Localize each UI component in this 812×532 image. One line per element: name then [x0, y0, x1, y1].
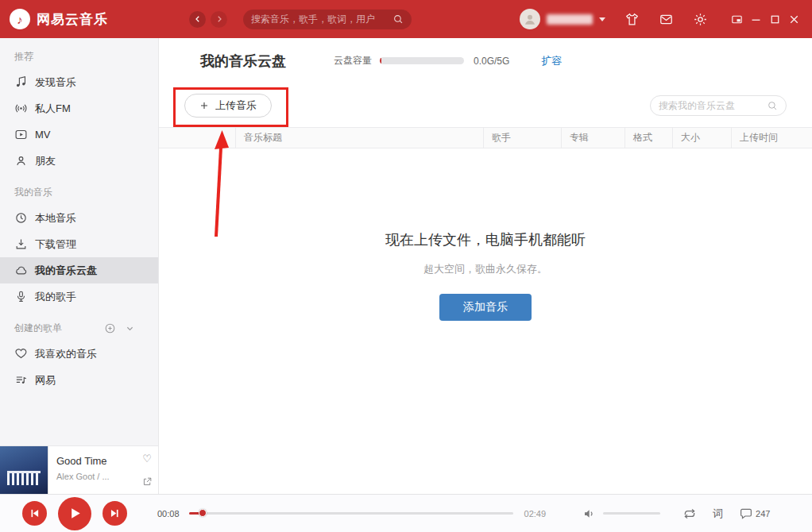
- comments-button[interactable]: 247: [739, 507, 770, 521]
- sidebar-item-label: MV: [35, 129, 51, 141]
- song-artist[interactable]: Alex Goot / ...: [56, 472, 134, 481]
- user-avatar[interactable]: [520, 9, 540, 29]
- sidebar-item-label: 我的歌手: [35, 290, 76, 304]
- seek-bar[interactable]: [189, 512, 513, 515]
- add-playlist-icon[interactable]: [104, 322, 116, 334]
- upload-music-button[interactable]: 上传音乐: [184, 94, 272, 118]
- section-created-playlists: 创建的歌单: [0, 310, 158, 341]
- column-index-placeholder: [159, 128, 235, 148]
- sidebar-item-playlist-netease[interactable]: 网易: [0, 367, 158, 393]
- sidebar-item-download-manager[interactable]: 下载管理: [0, 231, 158, 257]
- play-icon: [65, 504, 83, 522]
- minimize-icon[interactable]: [749, 13, 763, 26]
- search-icon[interactable]: [392, 13, 404, 25]
- music-note-icon: [14, 75, 28, 89]
- theme-shirt-icon[interactable]: [624, 12, 640, 27]
- section-my-music: 我的音乐: [0, 174, 158, 205]
- upload-button-label: 上传音乐: [215, 98, 257, 113]
- global-search: [243, 10, 412, 29]
- global-search-input[interactable]: [251, 13, 392, 25]
- main-content: 我的音乐云盘 云盘容量 0.0G/5G 扩容 上传音乐 音乐标题 歌手 专辑 格…: [159, 38, 812, 494]
- section-label: 创建的歌单: [14, 322, 62, 335]
- app-logo: ♪ 网易云音乐: [10, 9, 108, 29]
- play-button[interactable]: [58, 497, 91, 530]
- sidebar-item-label: 私人FM: [35, 102, 71, 116]
- player-bar: 00:08 02:49 词 247: [0, 494, 812, 532]
- comment-bubble-icon: [739, 507, 753, 521]
- sidebar-item-label: 朋友: [35, 154, 56, 168]
- section-recommend: 推荐: [0, 38, 158, 69]
- album-art[interactable]: [0, 446, 48, 494]
- sidebar-item-personal-fm[interactable]: 私人FM: [0, 95, 158, 121]
- volume-slider[interactable]: [603, 512, 660, 515]
- share-icon[interactable]: [142, 476, 153, 486]
- now-playing-info: Good Time Alex Goot / ...: [48, 446, 136, 494]
- sidebar-item-friends[interactable]: 朋友: [0, 148, 158, 174]
- titlebar-right: [520, 9, 801, 29]
- album-art-piano-keys: [7, 473, 41, 485]
- empty-state-subtitle: 超大空间，歌曲永久保存。: [423, 262, 547, 276]
- now-playing-actions: ♡: [136, 446, 158, 494]
- sidebar-item-discover-music[interactable]: 发现音乐: [0, 69, 158, 95]
- collapse-playlists-chevron-icon[interactable]: [124, 322, 136, 334]
- sidebar-item-label: 发现音乐: [35, 75, 76, 90]
- empty-state-title: 现在上传文件，电脑手机都能听: [385, 230, 586, 249]
- mv-icon: [14, 128, 28, 141]
- like-heart-icon[interactable]: ♡: [142, 453, 152, 464]
- cloud-icon: [14, 264, 28, 277]
- expand-capacity-link[interactable]: 扩容: [541, 54, 562, 68]
- cloud-disk-header: 我的音乐云盘 云盘容量 0.0G/5G 扩容: [159, 38, 812, 83]
- previous-track-button[interactable]: [22, 501, 47, 526]
- download-icon: [14, 237, 28, 251]
- previous-icon: [28, 507, 41, 520]
- next-track-button[interactable]: [102, 501, 127, 526]
- cloud-disk-search-input[interactable]: [659, 100, 767, 111]
- speaker-icon[interactable]: [582, 507, 597, 521]
- add-music-button[interactable]: 添加音乐: [439, 294, 532, 321]
- sidebar-item-mv[interactable]: MV: [0, 121, 158, 148]
- app-title: 网易云音乐: [37, 10, 108, 29]
- search-icon[interactable]: [767, 100, 778, 111]
- settings-gear-icon[interactable]: [693, 12, 708, 27]
- chevron-right-icon: [215, 14, 224, 24]
- back-button[interactable]: [189, 11, 206, 28]
- app-window: ♪ 网易云音乐: [0, 0, 812, 532]
- close-icon[interactable]: [787, 13, 801, 26]
- sidebar-item-my-artists[interactable]: 我的歌手: [0, 283, 158, 310]
- column-album[interactable]: 专辑: [561, 128, 624, 148]
- sidebar-item-local-music[interactable]: 本地音乐: [0, 205, 158, 231]
- user-menu-caret-icon[interactable]: [599, 17, 605, 21]
- column-song-title[interactable]: 音乐标题: [235, 128, 483, 148]
- sidebar-item-label: 网易: [35, 373, 56, 387]
- comment-count: 247: [756, 509, 770, 519]
- chevron-left-icon: [193, 14, 203, 24]
- column-upload-time[interactable]: 上传时间: [731, 128, 812, 148]
- next-icon: [108, 507, 122, 520]
- seek-bar-knob[interactable]: [199, 509, 207, 517]
- sidebar-item-liked-music[interactable]: 我喜欢的音乐: [0, 341, 158, 367]
- forward-button[interactable]: [211, 11, 227, 28]
- lyrics-button[interactable]: 词: [713, 507, 723, 521]
- section-label: 推荐: [14, 50, 33, 64]
- loop-mode-icon[interactable]: [682, 507, 697, 521]
- username-redacted[interactable]: [547, 14, 593, 25]
- capacity-label: 云盘容量: [334, 54, 372, 67]
- empty-state: 现在上传文件，电脑手机都能听 超大空间，歌曲永久保存。 添加音乐: [159, 230, 812, 321]
- mini-mode-icon[interactable]: [730, 13, 744, 26]
- capacity-value: 0.0G/5G: [474, 56, 509, 67]
- maximize-icon[interactable]: [768, 13, 782, 26]
- page-title: 我的音乐云盘: [200, 52, 286, 71]
- song-title[interactable]: Good Time: [56, 455, 134, 467]
- friends-icon: [14, 154, 28, 168]
- fm-icon: [14, 102, 28, 115]
- sidebar: 推荐 发现音乐 私人FM MV 朋友 我的音乐 本地音乐 下载管理: [0, 38, 159, 445]
- sidebar-item-music-cloud-disk[interactable]: 我的音乐云盘: [0, 257, 158, 283]
- column-artist[interactable]: 歌手: [483, 128, 561, 148]
- now-playing-panel: Good Time Alex Goot / ... ♡: [0, 445, 159, 494]
- column-size[interactable]: 大小: [672, 128, 731, 148]
- sidebar-item-label: 本地音乐: [35, 211, 76, 226]
- section-label: 我的音乐: [14, 186, 52, 199]
- capacity-progress-fill: [380, 57, 381, 64]
- column-format[interactable]: 格式: [624, 128, 672, 148]
- mail-icon[interactable]: [659, 12, 674, 27]
